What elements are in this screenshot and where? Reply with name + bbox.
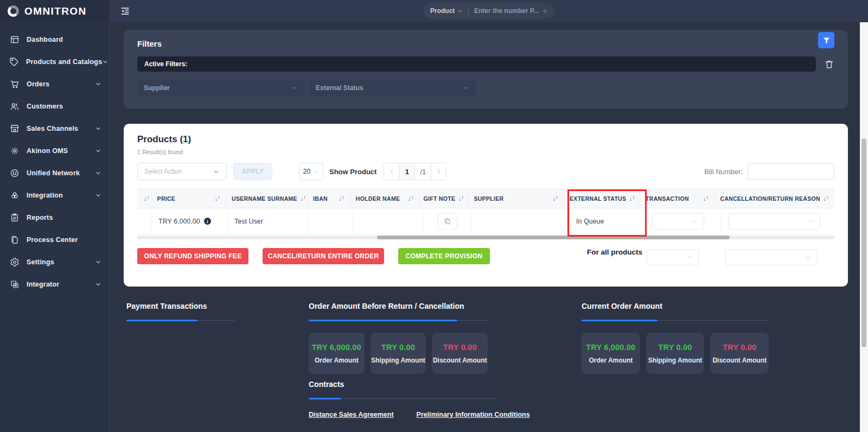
info-icon[interactable]: i [204, 218, 211, 225]
sidebar-item-process-center[interactable]: Process Center [0, 228, 110, 251]
external-status-filter-dropdown[interactable]: External Status [309, 80, 476, 96]
chevron-down-icon [95, 281, 101, 288]
sidebar-nav: Dashboard Products and Catalogs Orders C… [0, 22, 110, 295]
current-page[interactable]: 1 [399, 163, 415, 180]
sort-icon[interactable]: ↓↑ [703, 196, 709, 202]
column-header-stub[interactable]: ↓↑ [137, 189, 151, 208]
sidebar-item-settings[interactable]: Settings [0, 251, 110, 273]
for-all-cancellation-reason-select[interactable] [725, 249, 818, 265]
supplier-filter-dropdown[interactable]: Supplier [137, 80, 304, 96]
sidebar-item-unified-network[interactable]: Unified Network [0, 162, 110, 184]
horizontal-scrollbar[interactable] [137, 236, 834, 239]
filter-funnel-button[interactable] [818, 32, 834, 48]
copy-icon [443, 217, 451, 225]
sidebar-item-label: Sales Channels [27, 125, 95, 132]
sidebar-item-label: Process Center [27, 236, 101, 244]
cell-external-status: In Queue [569, 208, 645, 234]
sort-icon[interactable]: ↓↑ [144, 196, 149, 202]
sidebar-item-products-and-catalogs[interactable]: Products and Catalogs [0, 50, 110, 73]
chevron-down-icon [95, 148, 101, 154]
previous-page-button[interactable] [384, 163, 399, 180]
sidebar-item-orders[interactable]: Orders [0, 73, 110, 95]
order-amount-before-section: Order Amount Before Return / Cancellatio… [309, 302, 488, 374]
search-category-dropdown[interactable]: Product [430, 7, 463, 15]
sidebar-item-dashboard[interactable]: Dashboard [0, 28, 110, 50]
vertical-scrollbar-thumb[interactable] [861, 138, 866, 347]
column-header-external-status[interactable]: EXTERNAL STATUS↓↑ [564, 189, 640, 208]
distance-sales-agreement-link[interactable]: Distance Sales Agreement [309, 411, 394, 418]
vertical-scrollbar[interactable] [860, 22, 868, 432]
results-count: 1 Result(s) found [137, 149, 834, 155]
chevron-down-icon [102, 59, 108, 65]
select-action-dropdown[interactable]: Select Action [137, 163, 227, 180]
preliminary-information-conditions-link[interactable]: Preliminary Information Conditions [417, 411, 530, 418]
dashboard-icon [9, 35, 20, 45]
sort-icon[interactable]: ↓↑ [339, 196, 344, 202]
topbar: Product [110, 0, 868, 22]
for-all-transaction-select[interactable] [647, 249, 699, 265]
amount-label: Discount Amount [712, 357, 767, 364]
sort-icon[interactable]: ↓↑ [408, 196, 413, 202]
chevron-down-icon [692, 218, 698, 225]
sidebar-item-sales-channels[interactable]: Sales Channels [0, 117, 110, 139]
complete-provision-button[interactable]: COMPLETE PROVISION [398, 248, 490, 264]
chevron-left-icon [388, 168, 395, 175]
column-header-price[interactable]: PRICE↓↑ [151, 189, 226, 208]
search-icon[interactable] [542, 7, 547, 15]
apply-button[interactable]: APPLY [233, 163, 272, 180]
sort-icon[interactable]: ↓↑ [301, 196, 306, 202]
gift-note-copy-button[interactable] [438, 213, 457, 230]
omnitron-logo-icon [8, 5, 19, 17]
squares-icon [9, 279, 20, 289]
horizontal-scrollbar-thumb[interactable] [377, 236, 730, 239]
filters-card: Filters Active Filters: Supplier Externa… [124, 30, 848, 109]
tag-icon [9, 57, 19, 67]
clear-filters-button[interactable] [824, 59, 834, 69]
pagination: 1 /1 [384, 163, 446, 180]
sort-icon[interactable]: ↓↑ [629, 196, 635, 202]
page-size-dropdown[interactable]: 20 [299, 163, 323, 180]
next-page-button[interactable] [431, 163, 446, 180]
amount-cards: TRY 6,000.00 Order Amount TRY 0.00 Shipp… [582, 333, 769, 374]
brand-logo[interactable]: OMNITRON [0, 0, 110, 22]
cancel-return-order-button[interactable]: CANCEL/RETURN ENTIRE ORDER [263, 248, 384, 264]
sidebar-item-akinon-oms[interactable]: Akinon OMS [0, 139, 110, 162]
sidebar-item-integrator[interactable]: Integrator [0, 273, 110, 295]
section-underline [309, 398, 496, 399]
current-order-amount-section: Current Order Amount TRY 6,000.00 Order … [582, 302, 769, 374]
table-row: TRY 6,000.00 i Test User In Queue [137, 208, 834, 234]
active-filters-row: Active Filters: [137, 56, 834, 72]
external-status-filter-label: External Status [316, 84, 363, 92]
sort-icon[interactable]: ↓↑ [458, 196, 464, 202]
transaction-select[interactable] [652, 213, 704, 230]
sort-icon[interactable]: ↓↑ [553, 196, 558, 202]
sidebar-collapse-icon[interactable] [120, 6, 130, 16]
bill-number-input[interactable] [748, 163, 834, 180]
machine-icon [9, 146, 20, 156]
sidebar-item-reports[interactable]: Reports [0, 206, 110, 228]
sort-icon[interactable]: ↓↑ [215, 196, 220, 202]
show-product-label: Show Product [329, 168, 376, 176]
column-header-holder-name[interactable]: HOLDER NAME↓↑ [350, 189, 419, 208]
column-header-username-surname[interactable]: USERNAME SURNAME↓↑ [226, 189, 307, 208]
refund-shipping-fee-button[interactable]: ONLY REFUND SHIPPING FEE [137, 248, 248, 264]
cancellation-reason-select[interactable] [728, 213, 820, 230]
search-input[interactable] [474, 7, 542, 15]
sort-icon[interactable]: ↓↑ [824, 196, 829, 202]
discount-amount-card: TRY 0.00 Discount Amount [710, 333, 769, 374]
chevron-down-icon [808, 218, 814, 225]
column-header-iban[interactable]: IBAN↓↑ [307, 189, 350, 208]
total-pages: /1 [415, 163, 431, 180]
current-order-amount-title: Current Order Amount [582, 302, 769, 310]
sidebar-item-customers[interactable]: Customers [0, 95, 110, 117]
sidebar-item-integration[interactable]: Integration [0, 184, 110, 206]
amount-label: Order Amount [589, 357, 633, 364]
amount-label: Discount Amount [433, 357, 487, 364]
column-header-transaction[interactable]: TRANSACTION↓↑ [640, 189, 714, 208]
payment-transactions-title: Payment Transactions [126, 302, 235, 310]
column-header-cancellation-return-reason[interactable]: CANCELLATION/RETURN REASON↓↑ [714, 189, 834, 208]
column-header-supplier[interactable]: SUPPLIER↓↑ [468, 189, 564, 208]
column-header-gift-note[interactable]: GIFT NOTE↓↑ [419, 189, 468, 208]
chevron-down-icon [95, 170, 101, 176]
amount-value: TRY 0.00 [658, 343, 692, 352]
